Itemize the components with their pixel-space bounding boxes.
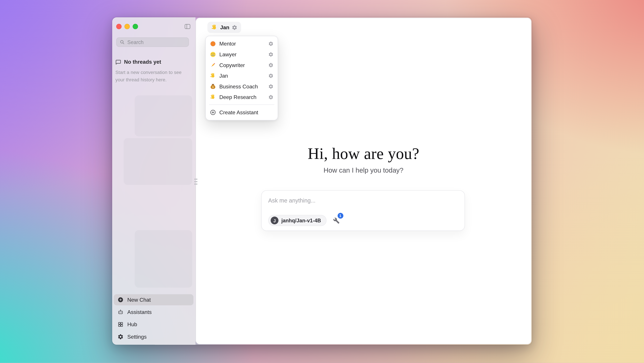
chat-panel: Jan Mentor Lawyer Copywriter	[196, 18, 532, 344]
sidebar-ghost-panel	[124, 138, 192, 185]
orange-circle-icon	[210, 41, 216, 47]
sidebar: No threads yet Start a new conversation …	[112, 17, 196, 345]
greeting-title: Hi, how are you?	[196, 145, 531, 163]
gear-icon	[118, 334, 124, 340]
waving-hand-icon	[211, 24, 218, 31]
gear-icon[interactable]	[268, 73, 274, 78]
assistant-label: Jan	[219, 73, 228, 79]
assistant-menu: Mentor Lawyer Copywriter Jan	[206, 36, 278, 121]
sidebar-item-assistants[interactable]: Assistants	[114, 306, 193, 318]
assistant-name: Jan	[220, 24, 230, 31]
assistant-menu-item-jan[interactable]: Jan	[208, 70, 276, 81]
assistant-label: Business Coach	[219, 83, 258, 89]
tools-button[interactable]: 1	[333, 217, 340, 224]
gear-icon[interactable]	[268, 84, 274, 89]
gear-icon[interactable]	[268, 41, 274, 46]
gear-icon[interactable]	[268, 62, 274, 68]
waving-hand-icon	[210, 73, 216, 79]
nav-label: Settings	[127, 334, 147, 340]
desktop-background: No threads yet Start a new conversation …	[0, 0, 644, 363]
nav-label: New Chat	[127, 297, 151, 303]
assistant-menu-item-copywriter[interactable]: Copywriter	[208, 60, 276, 70]
waving-hand-icon	[210, 94, 216, 100]
assistant-menu-item-business-coach[interactable]: Business Coach	[208, 81, 276, 92]
pencil-icon	[210, 62, 216, 68]
robot-icon	[118, 309, 124, 315]
gear-icon[interactable]	[268, 94, 274, 100]
sidebar-nav: New Chat Assistants Hub Settings	[114, 294, 193, 342]
grip-dots-icon	[194, 178, 198, 185]
assistant-menu-item-deep-research[interactable]: Deep Research	[208, 92, 276, 102]
search-field[interactable]	[116, 38, 189, 47]
sidebar-resize-handle[interactable]	[194, 177, 198, 185]
search-icon	[120, 40, 125, 45]
sidebar-ghost-panel	[135, 230, 192, 287]
threads-empty-state: No threads yet Start a new conversation …	[116, 59, 192, 84]
composer-card: J janhq/Jan-v1-4B 1	[261, 190, 465, 231]
sidebar-item-hub[interactable]: Hub	[114, 319, 193, 330]
search-input[interactable]	[127, 39, 186, 45]
assistant-settings-gear-icon[interactable]	[232, 24, 238, 30]
chat-bubble-icon	[116, 59, 121, 65]
zipper-mouth-face-icon	[210, 51, 216, 57]
close-window-button[interactable]	[116, 24, 122, 29]
assistant-menu-item-mentor[interactable]: Mentor	[208, 38, 276, 49]
zoom-window-button[interactable]	[133, 24, 138, 29]
app-window: No threads yet Start a new conversation …	[112, 17, 532, 345]
chat-input[interactable]	[268, 197, 458, 204]
assistant-label: Lawyer	[219, 51, 237, 57]
tools-count-badge: 1	[338, 213, 343, 218]
create-assistant-label: Create Assistant	[219, 109, 258, 115]
assistant-label: Mentor	[219, 41, 236, 47]
assistant-label: Copywriter	[219, 62, 245, 68]
wrench-icon	[333, 217, 340, 224]
assistant-selector[interactable]: Jan	[208, 22, 241, 33]
money-bag-icon	[210, 83, 216, 89]
sidebar-ghost-panel	[135, 95, 192, 136]
greeting-subtitle: How can I help you today?	[196, 166, 531, 174]
empty-state-header: No threads yet	[116, 59, 192, 65]
plus-circle-icon	[118, 297, 124, 303]
nav-label: Assistants	[127, 309, 152, 315]
sidebar-panel-icon	[184, 23, 191, 30]
empty-state-title: No threads yet	[124, 59, 161, 65]
model-selector[interactable]: J janhq/Jan-v1-4B	[268, 215, 326, 226]
create-assistant-button[interactable]: Create Assistant	[208, 107, 276, 118]
sidebar-item-settings[interactable]: Settings	[114, 331, 193, 342]
assistant-label: Deep Research	[219, 94, 256, 100]
model-avatar: J	[270, 217, 278, 224]
hub-grid-icon	[118, 321, 124, 327]
minimize-window-button[interactable]	[124, 24, 130, 29]
sidebar-item-new-chat[interactable]: New Chat	[114, 294, 193, 305]
assistant-menu-item-lawyer[interactable]: Lawyer	[208, 49, 276, 60]
composer-footer: J janhq/Jan-v1-4B 1	[268, 215, 340, 226]
gear-icon[interactable]	[268, 52, 274, 57]
menu-divider	[209, 104, 274, 105]
plus-circle-icon	[210, 109, 216, 115]
nav-label: Hub	[127, 321, 137, 327]
window-controls	[116, 24, 138, 29]
model-name: janhq/Jan-v1-4B	[281, 218, 321, 223]
welcome-hero: Hi, how are you? How can I help you toda…	[196, 145, 531, 174]
empty-state-description: Start a new conversation to see your thr…	[116, 69, 186, 84]
toggle-sidebar-button[interactable]	[184, 23, 191, 30]
